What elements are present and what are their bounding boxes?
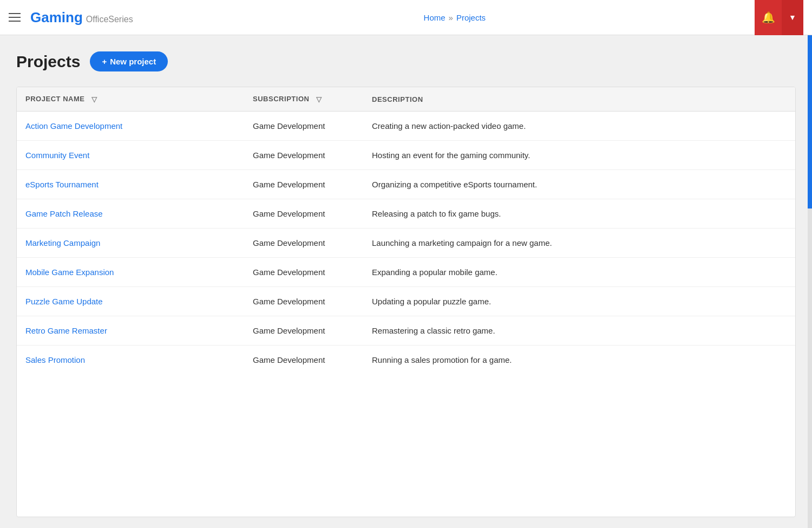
project-name-cell: Game Patch Release: [17, 199, 244, 229]
page-title: Projects: [16, 53, 80, 71]
table-row: Community EventGame DevelopmentHosting a…: [17, 141, 795, 170]
description-cell: Updating a popular puzzle game.: [363, 287, 795, 316]
plus-icon: +: [102, 57, 107, 66]
table-body: Action Game DevelopmentGame DevelopmentC…: [17, 112, 795, 375]
subscription-cell: Game Development: [244, 199, 363, 229]
project-name-cell: Retro Game Remaster: [17, 316, 244, 346]
notification-bell-button[interactable]: 🔔: [755, 0, 782, 35]
table-row: Mobile Game ExpansionGame DevelopmentExp…: [17, 258, 795, 287]
header: Gaming OfficeSeries Home » Projects 🔔 ▼: [0, 0, 812, 35]
subscription-cell: Game Development: [244, 287, 363, 316]
brand-gaming: Gaming: [30, 9, 83, 26]
user-dropdown-button[interactable]: ▼: [782, 0, 803, 35]
description-cell: Running a sales promotion for a game.: [363, 346, 795, 375]
description-cell: Releasing a patch to fix game bugs.: [363, 199, 795, 229]
filter-project-icon[interactable]: ▽: [91, 95, 97, 103]
project-name-cell: Community Event: [17, 141, 244, 170]
project-name-link[interactable]: Mobile Game Expansion: [25, 268, 114, 277]
brand: Gaming OfficeSeries: [30, 9, 133, 26]
subscription-cell: Game Development: [244, 141, 363, 170]
project-name-link[interactable]: Puzzle Game Update: [25, 297, 103, 306]
breadcrumb-separator: »: [449, 13, 453, 22]
table-row: Retro Game RemasterGame DevelopmentRemas…: [17, 316, 795, 346]
project-name-cell: Sales Promotion: [17, 346, 244, 375]
subscription-cell: Game Development: [244, 258, 363, 287]
scrollbar-thumb[interactable]: [808, 35, 812, 208]
header-actions: 🔔 ▼: [755, 0, 803, 35]
new-project-label: New project: [110, 57, 156, 66]
table-row: Sales PromotionGame DevelopmentRunning a…: [17, 346, 795, 375]
chevron-down-icon: ▼: [789, 13, 796, 22]
filter-subscription-icon[interactable]: ▽: [316, 95, 322, 103]
table-row: Game Patch ReleaseGame DevelopmentReleas…: [17, 199, 795, 229]
scrollbar-track[interactable]: [808, 35, 812, 528]
project-name-link[interactable]: Retro Game Remaster: [25, 326, 107, 335]
subscription-cell: Game Development: [244, 316, 363, 346]
subscription-cell: Game Development: [244, 229, 363, 258]
table-header-row: PROJECT NAME ▽ SUBSCRIPTION ▽ DESCRIPTIO…: [17, 87, 795, 112]
project-name-cell: eSports Tournament: [17, 170, 244, 199]
project-name-link[interactable]: Community Event: [25, 151, 89, 160]
page-title-row: Projects + New project: [16, 51, 796, 71]
project-name-cell: Marketing Campaign: [17, 229, 244, 258]
new-project-button[interactable]: + New project: [90, 51, 168, 71]
table-row: Action Game DevelopmentGame DevelopmentC…: [17, 112, 795, 141]
description-cell: Launching a marketing campaign for a new…: [363, 229, 795, 258]
col-header-project-name: PROJECT NAME ▽: [17, 87, 244, 112]
nav-home-link[interactable]: Home: [424, 13, 446, 22]
bell-icon: 🔔: [762, 11, 775, 24]
brand-officeseries: OfficeSeries: [86, 15, 133, 24]
projects-table: PROJECT NAME ▽ SUBSCRIPTION ▽ DESCRIPTIO…: [17, 87, 795, 374]
project-name-link[interactable]: Sales Promotion: [25, 355, 85, 364]
project-name-cell: Action Game Development: [17, 112, 244, 141]
hamburger-menu[interactable]: [9, 13, 21, 22]
subscription-cell: Game Development: [244, 112, 363, 141]
subscription-cell: Game Development: [244, 346, 363, 375]
main-content: Projects + New project PROJECT NAME ▽ SU…: [0, 35, 812, 528]
project-name-link[interactable]: eSports Tournament: [25, 180, 99, 189]
table-row: eSports TournamentGame DevelopmentOrgani…: [17, 170, 795, 199]
col-header-description: DESCRIPTION: [363, 87, 795, 112]
subscription-cell: Game Development: [244, 170, 363, 199]
project-name-link[interactable]: Game Patch Release: [25, 209, 103, 218]
project-name-link[interactable]: Marketing Campaign: [25, 238, 100, 247]
nav-projects-link[interactable]: Projects: [456, 13, 486, 22]
description-cell: Hosting an event for the gaming communit…: [363, 141, 795, 170]
project-name-cell: Puzzle Game Update: [17, 287, 244, 316]
description-cell: Organizing a competitive eSports tournam…: [363, 170, 795, 199]
project-name-link[interactable]: Action Game Development: [25, 121, 122, 131]
table-row: Marketing CampaignGame DevelopmentLaunch…: [17, 229, 795, 258]
projects-table-container: PROJECT NAME ▽ SUBSCRIPTION ▽ DESCRIPTIO…: [16, 87, 796, 517]
breadcrumb-nav: Home » Projects: [155, 13, 755, 22]
project-name-cell: Mobile Game Expansion: [17, 258, 244, 287]
description-cell: Expanding a popular mobile game.: [363, 258, 795, 287]
description-cell: Remastering a classic retro game.: [363, 316, 795, 346]
col-header-subscription: SUBSCRIPTION ▽: [244, 87, 363, 112]
description-cell: Creating a new action-packed video game.: [363, 112, 795, 141]
table-row: Puzzle Game UpdateGame DevelopmentUpdati…: [17, 287, 795, 316]
